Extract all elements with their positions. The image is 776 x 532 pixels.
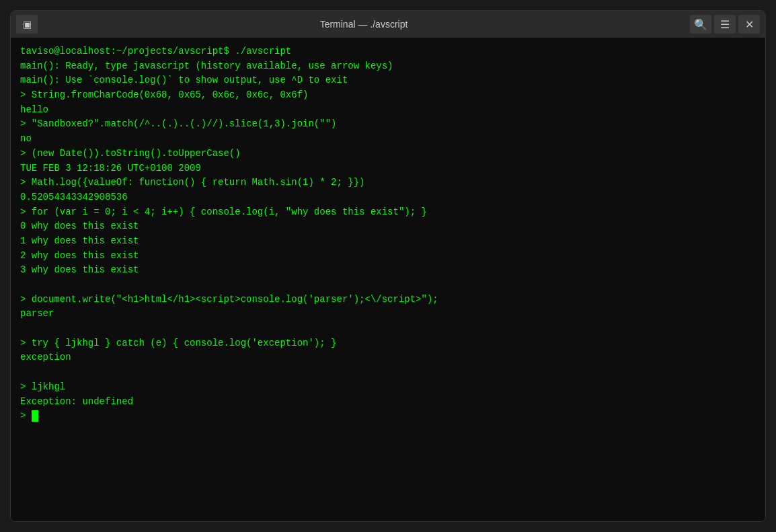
menu-button[interactable]: ☰ xyxy=(714,15,736,34)
title-bar: ▣ Terminal — ./avscript 🔍 ☰ ✕ xyxy=(11,11,765,38)
cursor xyxy=(32,410,38,422)
menu-icon: ☰ xyxy=(720,18,730,31)
search-button[interactable]: 🔍 xyxy=(690,15,711,34)
terminal-icon-button[interactable]: ▣ xyxy=(16,15,38,34)
terminal-icon: ▣ xyxy=(23,19,32,30)
terminal-body[interactable]: taviso@localhost:~/projects/avscript$ ./… xyxy=(11,38,765,521)
window-title: Terminal — ./avscript xyxy=(38,19,690,30)
terminal-output: taviso@localhost:~/projects/avscript$ ./… xyxy=(20,44,756,424)
close-icon: ✕ xyxy=(745,18,754,31)
terminal-window: ▣ Terminal — ./avscript 🔍 ☰ ✕ taviso@loc… xyxy=(10,10,766,522)
title-bar-left: ▣ xyxy=(16,15,38,34)
close-button[interactable]: ✕ xyxy=(738,15,760,34)
search-icon: 🔍 xyxy=(694,18,707,31)
title-bar-controls: 🔍 ☰ ✕ xyxy=(690,15,760,34)
